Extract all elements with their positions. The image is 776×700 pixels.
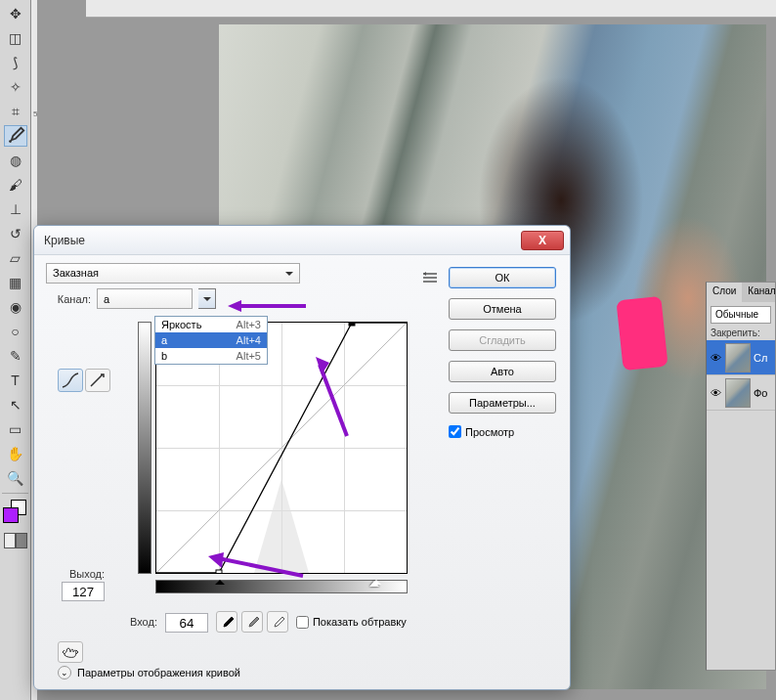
layer-thumbnail[interactable]	[725, 378, 751, 408]
channel-option-brightness[interactable]: Яркость Alt+3	[155, 317, 267, 332]
type-tool-icon[interactable]: T	[4, 370, 27, 391]
horizontal-ruler	[86, 0, 776, 18]
output-value-input[interactable]	[62, 582, 105, 601]
white-point-dropper-icon[interactable]	[267, 611, 288, 633]
path-select-tool-icon[interactable]: ↖	[4, 394, 27, 416]
brush-tool-icon[interactable]: 🖌	[4, 174, 27, 196]
curve-graph-area	[155, 322, 413, 615]
move-tool-icon[interactable]: ✥	[4, 3, 27, 24]
option-label: b	[161, 350, 167, 362]
svg-point-0	[9, 140, 12, 143]
preview-label: Просмотр	[465, 426, 514, 438]
option-shortcut: Alt+4	[237, 334, 261, 346]
magic-wand-tool-icon[interactable]: ✧	[4, 76, 27, 98]
svg-rect-3	[349, 323, 355, 326]
gray-point-dropper-icon[interactable]	[241, 611, 263, 633]
dialog-titlebar[interactable]: Кривые X	[34, 226, 570, 255]
preset-label: Стиль:	[46, 267, 91, 279]
tab-channels[interactable]: Канал	[742, 283, 776, 302]
channel-label: Канал:	[46, 293, 91, 305]
option-shortcut: Alt+3	[237, 319, 261, 330]
zoom-tool-icon[interactable]: 🔍	[4, 467, 27, 489]
auto-button[interactable]: Авто	[449, 361, 556, 382]
layer-name: Фо	[754, 387, 767, 399]
black-point-dropper-icon[interactable]	[216, 611, 237, 633]
dodge-tool-icon[interactable]: ○	[4, 321, 27, 342]
marquee-tool-icon[interactable]: ◫	[4, 27, 27, 49]
option-shortcut: Alt+5	[237, 350, 261, 362]
chevron-down-icon: ⌄	[58, 666, 71, 679]
channel-dropdown[interactable]: a	[97, 288, 193, 309]
layers-panel: Слои Канал Обычные Закрепить: 👁 Сл 👁 Фо	[706, 282, 776, 671]
lasso-tool-icon[interactable]: ⟆	[4, 52, 27, 73]
point-curve-icon[interactable]	[58, 369, 83, 392]
layer-thumbnail[interactable]	[725, 343, 751, 372]
input-label: Вход:	[130, 616, 157, 628]
show-clipping-label: Показать обтравку	[313, 616, 407, 628]
show-clipping-checkbox[interactable]: Показать обтравку	[296, 616, 407, 629]
preset-options-icon[interactable]	[421, 269, 439, 286]
preview-input[interactable]	[449, 425, 461, 438]
input-gradient[interactable]	[155, 580, 408, 593]
panel-tabs: Слои Канал	[707, 283, 775, 302]
photo-detail-phone	[616, 296, 668, 371]
targeted-adjust-icon[interactable]	[58, 641, 83, 663]
visibility-eye-icon[interactable]: 👁	[709, 351, 722, 365]
preview-checkbox[interactable]: Просмотр	[449, 425, 556, 438]
options-button[interactable]: Параметры...	[449, 392, 556, 414]
quickmask-toggle[interactable]	[4, 531, 27, 550]
curves-dialog: Кривые X Стиль: Заказная Канал: a	[33, 225, 571, 690]
tools-panel: ✥ ◫ ⟆ ✧ ⌗ ◍ 🖌 ⊥ ↺ ▱ ▦ ◉ ○ ✎ T ↖ ▭ ✋ 🔍	[0, 0, 31, 700]
blend-mode-dropdown[interactable]: Обычные	[711, 306, 771, 324]
blur-tool-icon[interactable]: ◉	[4, 296, 27, 318]
smooth-button[interactable]: Сгладить	[449, 329, 556, 351]
clone-stamp-tool-icon[interactable]: ⊥	[4, 198, 27, 220]
input-value-input[interactable]	[165, 613, 208, 633]
lock-label: Закрепить:	[711, 328, 771, 338]
channel-dropdown-list: Яркость Alt+3 a Alt+4 b Alt+5	[154, 316, 268, 365]
hand-tool-icon[interactable]: ✋	[4, 443, 27, 464]
output-gradient	[138, 322, 151, 574]
gradient-tool-icon[interactable]: ▦	[4, 272, 27, 293]
ok-button[interactable]: ОК	[449, 267, 556, 288]
curve-display-options-toggle[interactable]: ⌄ Параметры отображения кривой	[58, 666, 240, 679]
layer-row[interactable]: 👁 Фо	[707, 375, 775, 411]
layer-row[interactable]: 👁 Сл	[707, 340, 775, 375]
cancel-button[interactable]: Отмена	[449, 298, 556, 320]
output-label: Выход:	[69, 568, 105, 580]
foreground-color-swatch[interactable]	[3, 507, 19, 523]
close-button[interactable]: X	[521, 231, 564, 250]
show-clipping-input[interactable]	[296, 616, 309, 629]
visibility-eye-icon[interactable]: 👁	[709, 386, 722, 400]
tool-separator	[2, 493, 28, 494]
dialog-buttons: ОК Отмена Сгладить Авто Параметры... Про…	[449, 267, 556, 438]
rectangle-tool-icon[interactable]: ▭	[4, 418, 27, 440]
channel-option-a[interactable]: a Alt+4	[155, 332, 267, 348]
eyedropper-tool-icon[interactable]	[4, 125, 27, 147]
pen-tool-icon[interactable]: ✎	[4, 345, 27, 367]
eraser-tool-icon[interactable]: ▱	[4, 247, 27, 269]
color-swatches[interactable]	[3, 500, 28, 525]
history-brush-tool-icon[interactable]: ↺	[4, 223, 27, 244]
output-field-group: Выход:	[58, 568, 105, 601]
dialog-body: Стиль: Заказная Канал: a Яркость Alt+	[34, 255, 570, 689]
dialog-title: Кривые	[44, 234, 85, 247]
curve-display-label: Параметры отображения кривой	[77, 667, 240, 678]
pencil-curve-icon[interactable]	[85, 369, 110, 392]
option-label: Яркость	[161, 319, 201, 330]
crop-tool-icon[interactable]: ⌗	[4, 101, 27, 122]
channel-option-b[interactable]: b Alt+5	[155, 348, 267, 364]
tab-layers[interactable]: Слои	[707, 283, 742, 302]
spot-heal-tool-icon[interactable]: ◍	[4, 150, 27, 171]
eyedropper-group	[216, 611, 288, 633]
svg-rect-2	[216, 570, 222, 573]
layer-name: Сл	[754, 352, 767, 364]
workspace: 5 ✥ ◫ ⟆ ✧ ⌗ ◍ 🖌 ⊥ ↺ ▱ ▦ ◉ ○ ✎ T ↖ ▭ ✋ 🔍	[0, 0, 776, 700]
channel-value: a	[104, 293, 109, 305]
channel-dropdown-button[interactable]	[198, 288, 216, 309]
option-label: a	[161, 334, 167, 346]
